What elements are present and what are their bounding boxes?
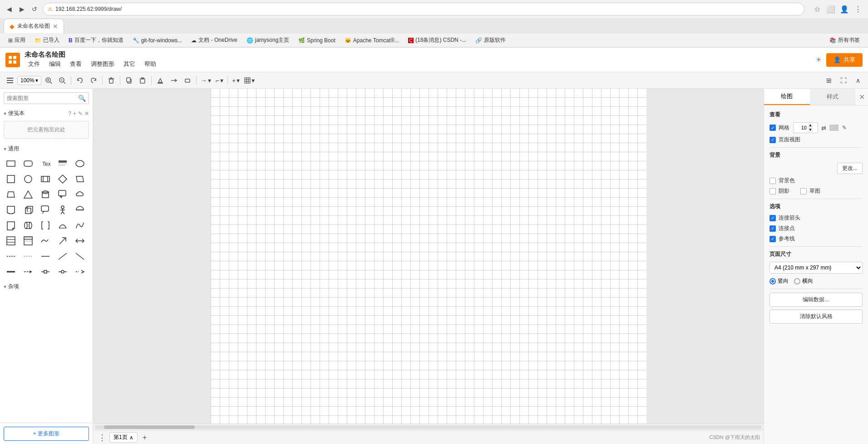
active-tab[interactable]: ◆ 未命名名绘图 ✕	[4, 19, 64, 33]
shape-square[interactable]	[4, 172, 18, 186]
shape-thick-line[interactable]	[4, 264, 18, 279]
shape-list[interactable]	[4, 234, 18, 248]
shape-double-arrow[interactable]	[73, 234, 87, 248]
shape-circle[interactable]	[21, 172, 35, 186]
shape-connector-1[interactable]	[38, 264, 53, 279]
page-menu-button[interactable]: ⋮	[97, 432, 108, 443]
shape-rounded-rect[interactable]	[21, 156, 35, 171]
zoom-in-button[interactable]	[42, 74, 55, 87]
profile-button[interactable]: 👤	[839, 4, 850, 15]
draw-canvas[interactable]	[211, 89, 646, 424]
shape-diamond[interactable]	[55, 172, 70, 186]
zoom-out-button[interactable]	[56, 74, 69, 87]
change-background-button[interactable]: 更改...	[837, 163, 863, 174]
grid-checkbox[interactable]: ✓	[769, 125, 776, 131]
shape-callout[interactable]	[55, 187, 70, 202]
horizontal-scrollbar[interactable]	[93, 424, 764, 430]
shape-ellipse[interactable]	[73, 156, 87, 171]
redo-button[interactable]	[87, 74, 100, 87]
landscape-radio[interactable]: 横向	[794, 277, 813, 285]
shape-connector-2[interactable]	[55, 264, 70, 279]
shape-cylinder[interactable]	[38, 187, 53, 202]
tab-close-button[interactable]: ✕	[53, 23, 58, 30]
connect-arrows-checkbox[interactable]: ✓	[769, 215, 776, 221]
shape-solid-line[interactable]	[38, 249, 53, 264]
grid-increment-button[interactable]: ▲	[808, 123, 813, 128]
address-bar[interactable]: ⚠ 192.168.225.62:9999/draw/	[43, 3, 804, 15]
portrait-radio[interactable]: 竖向	[769, 277, 789, 285]
collapse-panel-button[interactable]: ∧	[852, 74, 864, 87]
scrollbar-thumb[interactable]	[104, 425, 195, 429]
undo-button[interactable]	[74, 74, 86, 87]
grid-color-swatch[interactable]	[829, 125, 838, 131]
page-size-select[interactable]: A4 (210 mm x 297 mm)	[769, 262, 863, 274]
fill-button[interactable]	[154, 74, 167, 87]
guide-lines-checkbox[interactable]: ✓	[769, 236, 776, 242]
shape-half-circle[interactable]	[73, 203, 87, 217]
menu-view[interactable]: 查看	[66, 59, 85, 69]
cast-button[interactable]: ⬜	[825, 4, 836, 15]
shadow-checkbox[interactable]	[769, 188, 776, 195]
shape-trapezoid[interactable]	[4, 187, 18, 202]
connection-button[interactable]: ⌐ ▾	[214, 74, 225, 87]
page-view-checkbox[interactable]: ✓	[769, 137, 776, 143]
connect-points-checkbox[interactable]: ✓	[769, 225, 776, 232]
bookmark-apps[interactable]: ⊞ 应用	[5, 35, 29, 45]
page-tab-1[interactable]: 第1页 ∧	[109, 432, 138, 443]
clear-style-button[interactable]: 清除默认风格	[769, 309, 863, 324]
bg-color-checkbox[interactable]	[769, 178, 776, 184]
shape-cube[interactable]	[21, 203, 35, 217]
grid-size-value[interactable]	[795, 125, 807, 130]
right-panel-close-button[interactable]: ✕	[855, 89, 868, 105]
edit-data-button[interactable]: 编辑数据...	[769, 293, 863, 307]
grid-decrement-button[interactable]: ▼	[808, 128, 813, 132]
share-button[interactable]: 👤 共享	[826, 53, 863, 67]
line-style-button[interactable]	[168, 74, 180, 87]
bookmark-springboot[interactable]: 🌿 Spring Boot	[295, 36, 339, 45]
shape-triangle[interactable]	[21, 187, 35, 202]
bookmark-git[interactable]: 🔧 git-for-windows...	[129, 36, 186, 45]
menu-help[interactable]: 帮助	[141, 59, 160, 69]
landscape-radio-btn[interactable]	[794, 278, 800, 284]
misc-title-row[interactable]: ▾ 杂项	[4, 283, 89, 290]
bookmark-star-button[interactable]: ☆	[812, 4, 823, 15]
shape-dashed-line-1[interactable]	[4, 249, 18, 264]
shape-note[interactable]	[4, 218, 18, 233]
shape-arc[interactable]	[55, 218, 70, 233]
bookmark-original[interactable]: 🔗 原版软件	[472, 35, 509, 45]
shape-squiggle[interactable]	[38, 234, 53, 248]
bookmark-more[interactable]: 📚 所有书签	[826, 35, 863, 45]
shape-label-list[interactable]	[21, 234, 35, 248]
shape-text[interactable]: Text	[38, 156, 53, 171]
stencil-edit-icon[interactable]: ✎	[78, 110, 83, 117]
stencil-add-icon[interactable]: +	[73, 110, 76, 117]
shape-person[interactable]	[55, 203, 70, 217]
bookmark-import[interactable]: 📁 已导入	[31, 35, 63, 45]
shape-swoosh[interactable]	[73, 218, 87, 233]
paste-button[interactable]	[136, 74, 149, 87]
more-shapes-button[interactable]: + 更多图形	[4, 427, 89, 441]
refresh-button[interactable]: ↺	[30, 5, 39, 14]
shape-speech-bubble[interactable]	[38, 203, 53, 217]
shape-connector-3[interactable]	[73, 264, 87, 279]
shape-diagonal-line-1[interactable]	[55, 249, 70, 264]
tab-style[interactable]: 样式	[810, 89, 856, 105]
shape-dashed-arrow[interactable]	[21, 264, 35, 279]
general-title-row[interactable]: ▾ 通用	[4, 145, 89, 153]
sidebar-toggle-button[interactable]	[4, 74, 16, 87]
more-menu-button[interactable]: ⋮	[853, 4, 863, 15]
expand-button[interactable]: ⊞	[823, 74, 835, 87]
shape-heading[interactable]	[55, 156, 70, 171]
search-box[interactable]: 🔍	[4, 92, 89, 104]
add-button[interactable]: + ▾	[230, 74, 242, 87]
shape-dashed-line-2[interactable]	[21, 249, 35, 264]
shape-bracket[interactable]	[38, 218, 53, 233]
forward-button[interactable]: ▶	[17, 5, 26, 14]
stencil-help-icon[interactable]: ?	[68, 110, 71, 117]
table-button[interactable]: ▾	[242, 74, 256, 87]
portrait-radio-btn[interactable]	[769, 278, 776, 284]
shape-diagonal-line-2[interactable]	[73, 249, 87, 264]
add-page-button[interactable]: +	[139, 432, 150, 443]
shape-process[interactable]	[38, 172, 53, 186]
shape-button[interactable]	[181, 74, 194, 87]
